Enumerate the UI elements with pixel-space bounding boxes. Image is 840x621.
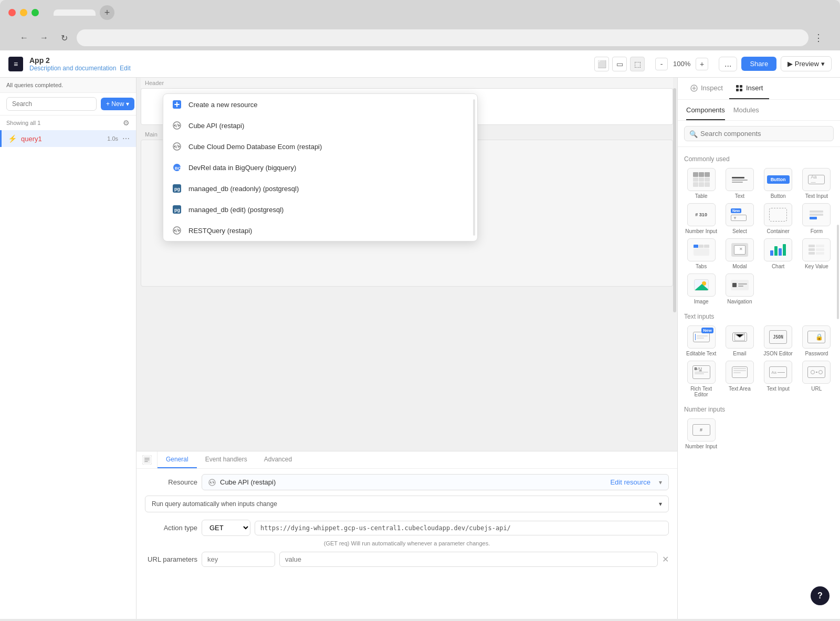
component-container[interactable]: Container [761, 203, 795, 234]
url-param-key-input[interactable] [202, 552, 275, 567]
minimize-button[interactable] [20, 9, 27, 16]
component-url[interactable]: URL [800, 361, 834, 397]
new-tab-button[interactable]: + [100, 5, 114, 20]
resource-item-4[interactable]: pg managed_db (edit) (postgresql) [163, 199, 477, 220]
container-icon [764, 203, 792, 226]
right-panel: Inspect Insert Components Modules 🔍 [677, 78, 840, 619]
resource-item-5[interactable]: RESTQuery (restapi) [163, 220, 477, 241]
resource-item-3[interactable]: pg managed_db (readonly) (postgresql) [163, 178, 477, 199]
filter-icon[interactable]: ⚙ [123, 119, 130, 127]
app-header: ≡ App 2 Description and documentation Ed… [0, 50, 840, 78]
query-name: query1 [21, 135, 103, 143]
showing-count: Showing all 1 ⚙ [0, 115, 136, 130]
app-title: App 2 [29, 56, 588, 65]
right-panel-scrollbar[interactable] [837, 225, 839, 319]
inspect-tab[interactable]: Inspect [684, 78, 729, 99]
canvas-scrollbar[interactable] [673, 88, 676, 312]
component-table[interactable]: Table [684, 168, 718, 199]
forward-button[interactable]: → [37, 30, 51, 45]
component-number-input[interactable]: # 310 Number Input [684, 203, 718, 234]
hint-text: (GET req) Will run automatically wheneve… [136, 539, 677, 548]
components-tab[interactable]: Components [686, 106, 725, 120]
new-query-button[interactable]: + New ▾ [101, 98, 134, 110]
address-bar[interactable] [77, 29, 808, 46]
resource-chevron-icon: ▾ [659, 479, 662, 486]
number-inputs-grid: # Number Input [684, 418, 834, 449]
component-number-input-2[interactable]: # Number Input [684, 418, 718, 449]
component-image[interactable]: Image [684, 273, 718, 304]
auto-run-label: Run query automatically when inputs chan… [152, 500, 277, 508]
query-item-icon: ⚡ [8, 134, 17, 143]
query-search-input[interactable] [6, 97, 97, 111]
component-text[interactable]: Text [722, 168, 757, 199]
dropdown-scrollbar[interactable] [473, 99, 475, 236]
modules-tab[interactable]: Modules [733, 106, 759, 120]
browser-more-button[interactable]: ⋮ [814, 32, 823, 44]
view-desktop-btn[interactable]: ⬜ [594, 57, 609, 71]
component-json-editor[interactable]: JSON JSON Editor [761, 325, 795, 356]
table-label: Table [695, 193, 708, 199]
resource-item-2[interactable]: BQ DevRel data in BigQuery (bigquery) [163, 157, 477, 178]
component-key-value[interactable]: Key Value [800, 238, 834, 269]
create-resource-item[interactable]: Create a new resource [163, 94, 477, 115]
more-options-button[interactable]: ... [719, 57, 737, 71]
query-more-button[interactable]: ⋯ [122, 134, 130, 143]
component-navigation[interactable]: Navigation [722, 273, 757, 304]
new-query-dropdown-icon[interactable]: ▾ [126, 100, 129, 108]
password-icon: 🔒 [802, 325, 831, 349]
view-split-btn[interactable]: ⬚ [630, 57, 645, 71]
editable-text-icon: New [687, 325, 716, 349]
image-label: Image [694, 299, 709, 304]
view-tablet-btn[interactable]: ▭ [612, 57, 627, 71]
edit-resource-button[interactable]: Edit resource [610, 478, 650, 486]
component-rich-text-editor[interactable]: B I U Rich Text Editor [684, 361, 718, 397]
preview-button[interactable]: ▶ Preview ▾ [781, 56, 832, 71]
component-form[interactable]: Form [800, 203, 834, 234]
resource-select[interactable]: Cube API (restapi) Edit resource ▾ [202, 474, 669, 490]
resource-item-1[interactable]: Cube Cloud Demo Database Ecom (restapi) [163, 136, 477, 157]
component-tabs[interactable]: Tabs [684, 238, 718, 269]
zoom-out-button[interactable]: - [655, 58, 668, 70]
browser-tab[interactable] [54, 9, 96, 16]
auto-run-row[interactable]: Run query automatically when inputs chan… [145, 496, 669, 512]
component-text-area[interactable]: Text Area [722, 361, 757, 397]
edit-link[interactable]: Edit [120, 65, 131, 72]
query-item[interactable]: ⚡ query1 1.0s ⋯ [0, 130, 136, 147]
api-icon-2 [172, 225, 182, 236]
zoom-in-button[interactable]: + [696, 58, 708, 70]
url-param-delete-button[interactable]: ✕ [662, 554, 669, 564]
component-select[interactable]: New ▼ Select [722, 203, 757, 234]
maximize-button[interactable] [32, 9, 39, 16]
app-logo: ≡ [8, 57, 23, 71]
component-text-input-2[interactable]: Aa Text Input [761, 361, 795, 397]
action-type-select[interactable]: GET POST PUT DELETE [202, 520, 250, 536]
modal-icon: ✕ [726, 238, 754, 261]
query-tab-general[interactable]: General [158, 451, 197, 468]
resource-item-0[interactable]: Cube API (restapi) [163, 115, 477, 136]
component-search-input[interactable] [684, 126, 834, 141]
url-input[interactable] [255, 521, 669, 535]
component-chart[interactable]: Chart [761, 238, 795, 269]
create-resource-icon [172, 99, 182, 110]
component-text-input[interactable]: Aa — Text Input [800, 168, 834, 199]
help-button[interactable]: ? [811, 586, 830, 605]
chart-icon [764, 238, 792, 261]
text-area-label: Text Area [729, 386, 751, 392]
component-password[interactable]: 🔒 Password [800, 325, 834, 356]
share-button[interactable]: Share [741, 57, 776, 71]
component-modal[interactable]: ✕ Modal [722, 238, 757, 269]
resource-item-label-1: Cube Cloud Demo Database Ecom (restapi) [188, 143, 322, 151]
close-button[interactable] [8, 9, 16, 16]
component-button[interactable]: Button Button [761, 168, 795, 199]
query-tab-events[interactable]: Event handlers [197, 451, 256, 468]
component-editable-text[interactable]: New Editable Text [684, 325, 718, 356]
text-input-icon: Aa — [802, 168, 831, 191]
insert-tab[interactable]: Insert [729, 78, 770, 99]
reload-button[interactable]: ↻ [57, 30, 71, 45]
url-param-value-input[interactable] [279, 552, 658, 567]
component-email[interactable]: Email [722, 325, 757, 356]
text-area-icon [726, 361, 754, 384]
query-tab-advanced[interactable]: Advanced [256, 451, 300, 468]
back-button[interactable]: ← [17, 30, 32, 45]
preview-dropdown-arrow[interactable]: ▾ [821, 60, 825, 68]
